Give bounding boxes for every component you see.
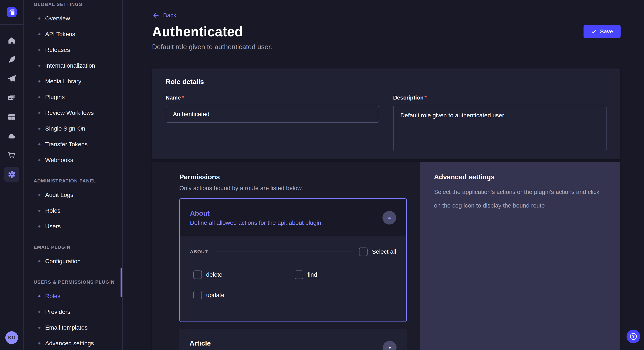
check-icon [591,29,597,34]
sidebar-item-advanced-settings[interactable]: Advanced settings [34,336,122,350]
main-content: Back Authenticated Default role given to… [123,0,644,350]
sidebar-item-label: Releases [45,47,70,53]
feather-icon[interactable] [4,52,20,67]
question-mark-icon: ? [630,333,637,340]
sidebar-divider [0,24,24,25]
nav-section-label: USERS & PERMISSIONS PLUGIN [34,279,122,285]
bullet-icon [38,17,40,19]
accordion-article-header[interactable]: Article Define all allowed actions for t… [179,329,407,350]
collapse-button[interactable] [382,211,396,224]
sidebar-item-transfer-tokens[interactable]: Transfer Tokens [34,137,122,152]
sidebar-item-label: Transfer Tokens [45,141,88,148]
icon-sidebar: KD [0,0,24,350]
sidebar-item-audit-logs[interactable]: Audit Logs [34,187,122,203]
settings-nav-sections: GLOBAL SETTINGSOverviewAPI TokensRelease… [34,2,122,350]
permissions-title: Permissions [179,173,407,181]
role-details-card: Role details Name* Description* Default … [152,68,620,159]
strapi-logo[interactable] [7,7,16,17]
nav-section-administration-panel: ADMINISTRATION PANELAudit LogsRolesUsers [34,178,122,234]
bullet-icon [38,260,40,262]
sidebar-item-users[interactable]: Users [34,219,122,234]
sidebar-item-label: Advanced settings [45,340,94,347]
required-asterisk: * [424,94,426,101]
sidebar-item-label: API Tokens [45,31,75,38]
sidebar-item-label: Plugins [45,94,65,101]
nav-section-label: ADMINISTRATION PANEL [34,178,122,184]
about-actions-grid: deletefindupdate [193,270,396,299]
content-layout-icon[interactable] [4,109,20,125]
role-details-title: Role details [166,78,606,86]
bullet-icon [38,143,40,146]
cart-icon[interactable] [4,148,20,163]
sidebar-item-roles[interactable]: Roles [34,288,122,304]
description-label-text: Description [393,94,424,101]
name-label: Name* [166,94,379,101]
bullet-icon [38,96,40,98]
home-icon[interactable] [4,33,20,48]
sidebar-item-webhooks[interactable]: Webhooks [34,152,122,168]
cloud-icon[interactable] [4,128,20,144]
action-label: find [308,271,317,278]
sidebar-item-media-library[interactable]: Media Library [34,74,122,89]
settings-gear-icon[interactable] [4,167,20,182]
help-button[interactable]: ? [626,330,640,343]
chevron-up-icon [386,215,392,221]
save-button[interactable]: Save [584,25,620,38]
sidebar-item-api-tokens[interactable]: API Tokens [34,26,122,42]
select-all-label: Select all [372,248,396,255]
sidebar-item-review-workflows[interactable]: Review Workflows [34,105,122,121]
about-group-row: ABOUT Select all [190,247,396,256]
name-input[interactable] [166,106,379,123]
bullet-icon [38,128,40,130]
accordion-about-header[interactable]: About Define all allowed actions for the… [180,199,406,236]
avatar[interactable]: KD [5,331,18,344]
back-link[interactable]: Back [152,11,176,19]
select-all-checkbox[interactable]: Select all [359,247,396,256]
icon-nav [4,29,20,182]
strapi-logo-glyph [7,7,16,17]
sidebar-item-label: Providers [45,309,70,315]
checkbox-icon[interactable] [359,247,368,256]
action-checkbox-delete[interactable]: delete [193,270,295,279]
bullet-icon [38,327,40,329]
bullet-icon [38,342,40,345]
bullet-icon [38,49,40,51]
permissions-card: Permissions Only actions bound by a rout… [152,162,620,350]
description-label: Description* [393,94,606,101]
strapi-settings-page: KD GLOBAL SETTINGSOverviewAPI TokensRele… [0,0,644,350]
sidebar-item-overview[interactable]: Overview [34,11,122,26]
expand-button[interactable] [383,341,396,350]
settings-nav: GLOBAL SETTINGSOverviewAPI TokensRelease… [24,0,123,350]
chevron-down-icon [387,345,393,350]
description-input[interactable]: Default role given to authenticated user… [393,106,606,151]
sidebar-item-email-templates[interactable]: Email templates [34,320,122,336]
sidebar-item-providers[interactable]: Providers [34,304,122,320]
action-checkbox-update[interactable]: update [193,291,295,299]
sidebar-item-plugins[interactable]: Plugins [34,89,122,105]
accordion-article: Article Define all allowed actions for t… [179,329,407,350]
media-library-icon[interactable] [4,90,20,105]
sidebar-item-internationalization[interactable]: Internationalization [34,58,122,74]
nav-section-label: EMAIL PLUGIN [34,245,122,250]
bullet-icon [38,80,40,82]
paper-plane-icon[interactable] [4,71,20,86]
checkbox-icon[interactable] [193,270,202,279]
checkbox-icon[interactable] [295,270,303,279]
required-asterisk: * [182,94,184,101]
bullet-icon [38,112,40,114]
scrollbar-thumb[interactable] [120,268,122,297]
bullet-icon [38,194,40,196]
bullet-icon [38,311,40,313]
nav-section-email-plugin: EMAIL PLUGINConfiguration [34,245,122,269]
nav-section-label: GLOBAL SETTINGS [34,2,122,7]
sidebar-item-configuration[interactable]: Configuration [34,253,122,269]
sidebar-item-single-sign-on[interactable]: Single Sign-On [34,121,122,137]
checkbox-icon[interactable] [193,291,202,299]
action-checkbox-find[interactable]: find [295,270,396,279]
action-label: delete [206,271,222,278]
arrow-left-icon [152,11,160,19]
sidebar-item-releases[interactable]: Releases [34,42,122,58]
sidebar-item-roles[interactable]: Roles [34,203,122,219]
permissions-panel: Permissions Only actions bound by a rout… [152,162,420,350]
nav-section-global-settings: GLOBAL SETTINGSOverviewAPI TokensRelease… [34,2,122,168]
